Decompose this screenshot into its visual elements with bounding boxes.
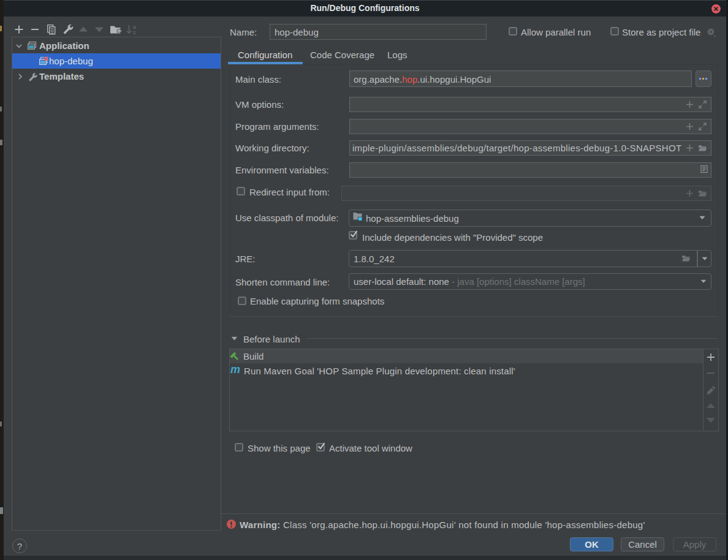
svg-text:z: z: [133, 29, 136, 36]
